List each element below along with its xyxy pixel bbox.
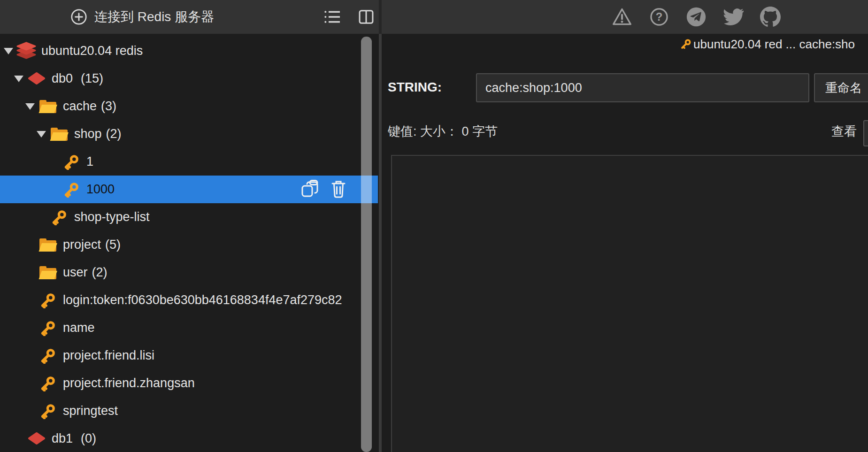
plus-circle-icon <box>70 8 87 25</box>
tree-item-label: project <box>63 237 101 252</box>
redis-icon <box>16 42 37 61</box>
folder-icon <box>38 265 58 281</box>
rename-key-button[interactable]: 重命名 <box>814 73 868 102</box>
tree-row-login-token-f0630be630bb46168834f4e7af279c82[interactable]: login:token:f0630be630bb46168834f4e7af27… <box>0 286 378 314</box>
svg-text:?: ? <box>656 10 663 23</box>
tree-item-label: 1000 <box>86 182 115 197</box>
delete-key-icon[interactable] <box>328 179 349 200</box>
tab-key-label: ubuntu20.04 red ... cache:sho <box>693 37 855 52</box>
tree-row-project-friend-zhangsan[interactable]: project.friend.zhangsan <box>0 369 378 397</box>
connect-server-label: 连接到 Redis 服务器 <box>94 8 214 26</box>
tree-item-count: (15) <box>81 71 103 86</box>
tree-row-db1[interactable]: db1(0) <box>0 425 378 452</box>
sidebar-scrollbar[interactable] <box>361 37 372 452</box>
folder-icon <box>49 126 69 142</box>
key-icon <box>38 403 58 419</box>
tree-row-1[interactable]: 1 <box>0 148 378 176</box>
connections-sidebar: ubuntu20.04 redisdb0(15)cache(3)shop(2)1… <box>0 34 379 452</box>
tree-item-label: db1 <box>52 431 73 446</box>
copy-key-icon[interactable] <box>300 179 320 200</box>
key-type-label: STRING: <box>388 80 442 95</box>
tree-item-label: ubuntu20.04 redis <box>41 44 143 58</box>
tree-item-label: springtest <box>63 404 118 418</box>
top-toolbar: 连接到 Redis 服务器 ? <box>0 0 868 34</box>
split-columns-icon[interactable] <box>356 7 376 27</box>
folder-icon <box>38 237 58 253</box>
warning-icon[interactable] <box>612 7 632 27</box>
row-actions <box>300 179 349 200</box>
tree-item-label: login:token:f0630be630bb46168834f4e7af27… <box>63 293 342 307</box>
tree-row-project-friend-lisi[interactable]: project.friend.lisi <box>0 342 378 369</box>
tree-row-ubuntu20-04-redis[interactable]: ubuntu20.04 redis <box>0 37 378 65</box>
key-icon <box>49 209 69 225</box>
key-detail-panel: ubuntu20.04 red ... cache:sho STRING: 重命… <box>382 34 868 452</box>
telegram-icon[interactable] <box>686 7 707 27</box>
tree-item-label: shop-type-list <box>74 210 150 224</box>
tree-row-1000[interactable]: 1000 <box>0 176 378 203</box>
tree-item-label: project.friend.zhangsan <box>63 376 195 391</box>
tree-row-shop[interactable]: shop(2) <box>0 120 378 148</box>
key-icon <box>38 348 58 364</box>
view-label: 查看 <box>831 123 857 140</box>
help-icon[interactable]: ? <box>649 7 669 27</box>
tree-item-label: project.friend.lisi <box>63 348 154 363</box>
expand-arrow-icon[interactable] <box>14 76 26 82</box>
view-mode-select[interactable] <box>863 120 868 146</box>
topbar-panel-gap <box>379 0 382 34</box>
tree-row-project[interactable]: project(5) <box>0 231 378 259</box>
folder-icon <box>38 99 58 115</box>
expand-arrow-icon[interactable] <box>4 48 16 54</box>
key-icon <box>61 154 82 170</box>
tree-row-springtest[interactable]: springtest <box>0 397 378 425</box>
tree-row-name[interactable]: name <box>0 314 378 342</box>
tree-item-label: shop <box>74 127 102 141</box>
tree-row-user[interactable]: user(2) <box>0 259 378 286</box>
expand-arrow-icon[interactable] <box>37 131 49 138</box>
db-icon <box>26 72 47 85</box>
tree-row-cache[interactable]: cache(3) <box>0 92 378 120</box>
list-icon[interactable] <box>322 7 343 27</box>
key-icon <box>61 182 82 198</box>
tree-item-count: (0) <box>81 431 96 446</box>
tree-item-label: user <box>63 265 88 280</box>
db-icon <box>26 432 47 445</box>
tab-key[interactable]: ubuntu20.04 red ... cache:sho <box>680 36 868 53</box>
tree-item-label: cache <box>63 99 97 114</box>
github-icon[interactable] <box>760 7 781 27</box>
key-icon <box>38 320 58 336</box>
key-icon <box>38 375 58 391</box>
value-size-info: 键值: 大小： 0 字节 <box>388 123 498 140</box>
key-name-input[interactable] <box>476 73 809 102</box>
toolbar-right-icons: ? <box>612 7 781 27</box>
tree-row-shop-type-list[interactable]: shop-type-list <box>0 203 378 231</box>
value-textarea[interactable] <box>391 155 868 452</box>
tree-item-label: name <box>63 321 95 335</box>
tree-item-count: (2) <box>106 127 122 141</box>
connect-server-button[interactable]: 连接到 Redis 服务器 <box>70 0 214 34</box>
tree-item-count: (5) <box>105 237 121 252</box>
expand-arrow-icon[interactable] <box>25 103 38 110</box>
tree-item-label: 1 <box>86 154 93 169</box>
key-icon <box>680 38 691 50</box>
key-icon <box>38 292 58 308</box>
tree-item-count: (3) <box>101 99 116 114</box>
twitter-icon[interactable] <box>723 7 744 27</box>
key-tree: ubuntu20.04 redisdb0(15)cache(3)shop(2)1… <box>0 34 379 452</box>
tree-item-count: (2) <box>92 265 108 280</box>
tree-item-label: db0 <box>52 71 73 86</box>
tree-row-db0[interactable]: db0(15) <box>0 65 378 92</box>
